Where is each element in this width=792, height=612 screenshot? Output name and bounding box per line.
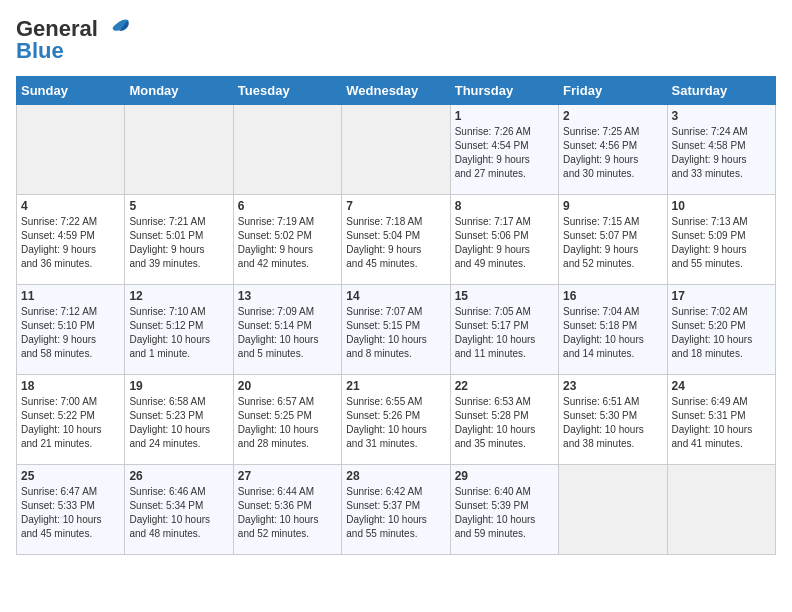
calendar-cell: 14Sunrise: 7:07 AM Sunset: 5:15 PM Dayli… bbox=[342, 285, 450, 375]
calendar-cell: 29Sunrise: 6:40 AM Sunset: 5:39 PM Dayli… bbox=[450, 465, 558, 555]
day-info: Sunrise: 6:42 AM Sunset: 5:37 PM Dayligh… bbox=[346, 485, 445, 541]
calendar-cell: 3Sunrise: 7:24 AM Sunset: 4:58 PM Daylig… bbox=[667, 105, 775, 195]
day-info: Sunrise: 6:53 AM Sunset: 5:28 PM Dayligh… bbox=[455, 395, 554, 451]
calendar-cell bbox=[342, 105, 450, 195]
day-info: Sunrise: 7:12 AM Sunset: 5:10 PM Dayligh… bbox=[21, 305, 120, 361]
calendar-cell: 27Sunrise: 6:44 AM Sunset: 5:36 PM Dayli… bbox=[233, 465, 341, 555]
day-number: 10 bbox=[672, 199, 771, 213]
logo: General Blue bbox=[16, 16, 132, 64]
week-row-5: 25Sunrise: 6:47 AM Sunset: 5:33 PM Dayli… bbox=[17, 465, 776, 555]
day-info: Sunrise: 7:13 AM Sunset: 5:09 PM Dayligh… bbox=[672, 215, 771, 271]
day-info: Sunrise: 7:17 AM Sunset: 5:06 PM Dayligh… bbox=[455, 215, 554, 271]
day-info: Sunrise: 7:00 AM Sunset: 5:22 PM Dayligh… bbox=[21, 395, 120, 451]
calendar-cell: 24Sunrise: 6:49 AM Sunset: 5:31 PM Dayli… bbox=[667, 375, 775, 465]
day-number: 27 bbox=[238, 469, 337, 483]
calendar-cell: 19Sunrise: 6:58 AM Sunset: 5:23 PM Dayli… bbox=[125, 375, 233, 465]
day-info: Sunrise: 7:05 AM Sunset: 5:17 PM Dayligh… bbox=[455, 305, 554, 361]
header-tuesday: Tuesday bbox=[233, 77, 341, 105]
header-monday: Monday bbox=[125, 77, 233, 105]
header-wednesday: Wednesday bbox=[342, 77, 450, 105]
day-info: Sunrise: 6:44 AM Sunset: 5:36 PM Dayligh… bbox=[238, 485, 337, 541]
day-number: 22 bbox=[455, 379, 554, 393]
day-info: Sunrise: 6:55 AM Sunset: 5:26 PM Dayligh… bbox=[346, 395, 445, 451]
calendar-cell: 16Sunrise: 7:04 AM Sunset: 5:18 PM Dayli… bbox=[559, 285, 667, 375]
day-info: Sunrise: 7:26 AM Sunset: 4:54 PM Dayligh… bbox=[455, 125, 554, 181]
day-info: Sunrise: 7:21 AM Sunset: 5:01 PM Dayligh… bbox=[129, 215, 228, 271]
calendar-cell bbox=[125, 105, 233, 195]
day-info: Sunrise: 7:02 AM Sunset: 5:20 PM Dayligh… bbox=[672, 305, 771, 361]
day-number: 19 bbox=[129, 379, 228, 393]
calendar-cell: 28Sunrise: 6:42 AM Sunset: 5:37 PM Dayli… bbox=[342, 465, 450, 555]
calendar-cell: 10Sunrise: 7:13 AM Sunset: 5:09 PM Dayli… bbox=[667, 195, 775, 285]
week-row-4: 18Sunrise: 7:00 AM Sunset: 5:22 PM Dayli… bbox=[17, 375, 776, 465]
calendar-cell: 15Sunrise: 7:05 AM Sunset: 5:17 PM Dayli… bbox=[450, 285, 558, 375]
day-number: 14 bbox=[346, 289, 445, 303]
calendar-cell: 25Sunrise: 6:47 AM Sunset: 5:33 PM Dayli… bbox=[17, 465, 125, 555]
day-number: 26 bbox=[129, 469, 228, 483]
day-info: Sunrise: 7:25 AM Sunset: 4:56 PM Dayligh… bbox=[563, 125, 662, 181]
calendar-cell: 12Sunrise: 7:10 AM Sunset: 5:12 PM Dayli… bbox=[125, 285, 233, 375]
day-number: 20 bbox=[238, 379, 337, 393]
logo-blue: Blue bbox=[16, 38, 64, 64]
calendar-cell bbox=[17, 105, 125, 195]
calendar-cell: 6Sunrise: 7:19 AM Sunset: 5:02 PM Daylig… bbox=[233, 195, 341, 285]
day-info: Sunrise: 6:47 AM Sunset: 5:33 PM Dayligh… bbox=[21, 485, 120, 541]
calendar-cell bbox=[559, 465, 667, 555]
day-number: 8 bbox=[455, 199, 554, 213]
day-number: 1 bbox=[455, 109, 554, 123]
calendar-cell: 21Sunrise: 6:55 AM Sunset: 5:26 PM Dayli… bbox=[342, 375, 450, 465]
calendar-cell: 23Sunrise: 6:51 AM Sunset: 5:30 PM Dayli… bbox=[559, 375, 667, 465]
day-number: 17 bbox=[672, 289, 771, 303]
day-info: Sunrise: 7:24 AM Sunset: 4:58 PM Dayligh… bbox=[672, 125, 771, 181]
calendar-cell bbox=[667, 465, 775, 555]
calendar-cell: 4Sunrise: 7:22 AM Sunset: 4:59 PM Daylig… bbox=[17, 195, 125, 285]
day-number: 7 bbox=[346, 199, 445, 213]
calendar-cell: 5Sunrise: 7:21 AM Sunset: 5:01 PM Daylig… bbox=[125, 195, 233, 285]
calendar-cell: 18Sunrise: 7:00 AM Sunset: 5:22 PM Dayli… bbox=[17, 375, 125, 465]
day-number: 9 bbox=[563, 199, 662, 213]
day-number: 6 bbox=[238, 199, 337, 213]
day-info: Sunrise: 6:57 AM Sunset: 5:25 PM Dayligh… bbox=[238, 395, 337, 451]
day-number: 18 bbox=[21, 379, 120, 393]
calendar-cell: 1Sunrise: 7:26 AM Sunset: 4:54 PM Daylig… bbox=[450, 105, 558, 195]
calendar-cell: 9Sunrise: 7:15 AM Sunset: 5:07 PM Daylig… bbox=[559, 195, 667, 285]
calendar-cell: 13Sunrise: 7:09 AM Sunset: 5:14 PM Dayli… bbox=[233, 285, 341, 375]
week-row-2: 4Sunrise: 7:22 AM Sunset: 4:59 PM Daylig… bbox=[17, 195, 776, 285]
day-number: 2 bbox=[563, 109, 662, 123]
day-info: Sunrise: 6:40 AM Sunset: 5:39 PM Dayligh… bbox=[455, 485, 554, 541]
calendar-cell: 2Sunrise: 7:25 AM Sunset: 4:56 PM Daylig… bbox=[559, 105, 667, 195]
calendar-cell: 7Sunrise: 7:18 AM Sunset: 5:04 PM Daylig… bbox=[342, 195, 450, 285]
week-row-1: 1Sunrise: 7:26 AM Sunset: 4:54 PM Daylig… bbox=[17, 105, 776, 195]
day-info: Sunrise: 7:10 AM Sunset: 5:12 PM Dayligh… bbox=[129, 305, 228, 361]
day-info: Sunrise: 7:22 AM Sunset: 4:59 PM Dayligh… bbox=[21, 215, 120, 271]
day-info: Sunrise: 7:04 AM Sunset: 5:18 PM Dayligh… bbox=[563, 305, 662, 361]
day-number: 24 bbox=[672, 379, 771, 393]
day-info: Sunrise: 6:51 AM Sunset: 5:30 PM Dayligh… bbox=[563, 395, 662, 451]
calendar-cell: 8Sunrise: 7:17 AM Sunset: 5:06 PM Daylig… bbox=[450, 195, 558, 285]
day-info: Sunrise: 7:07 AM Sunset: 5:15 PM Dayligh… bbox=[346, 305, 445, 361]
header-thursday: Thursday bbox=[450, 77, 558, 105]
calendar-header-row: SundayMondayTuesdayWednesdayThursdayFrid… bbox=[17, 77, 776, 105]
day-info: Sunrise: 7:09 AM Sunset: 5:14 PM Dayligh… bbox=[238, 305, 337, 361]
page-header: General Blue bbox=[16, 16, 776, 64]
week-row-3: 11Sunrise: 7:12 AM Sunset: 5:10 PM Dayli… bbox=[17, 285, 776, 375]
day-number: 13 bbox=[238, 289, 337, 303]
logo-bird-icon bbox=[100, 18, 132, 40]
calendar-cell: 11Sunrise: 7:12 AM Sunset: 5:10 PM Dayli… bbox=[17, 285, 125, 375]
header-friday: Friday bbox=[559, 77, 667, 105]
calendar-table: SundayMondayTuesdayWednesdayThursdayFrid… bbox=[16, 76, 776, 555]
calendar-cell: 20Sunrise: 6:57 AM Sunset: 5:25 PM Dayli… bbox=[233, 375, 341, 465]
day-number: 23 bbox=[563, 379, 662, 393]
calendar-cell: 26Sunrise: 6:46 AM Sunset: 5:34 PM Dayli… bbox=[125, 465, 233, 555]
day-number: 5 bbox=[129, 199, 228, 213]
day-info: Sunrise: 6:58 AM Sunset: 5:23 PM Dayligh… bbox=[129, 395, 228, 451]
day-number: 12 bbox=[129, 289, 228, 303]
day-number: 29 bbox=[455, 469, 554, 483]
day-number: 4 bbox=[21, 199, 120, 213]
day-info: Sunrise: 6:46 AM Sunset: 5:34 PM Dayligh… bbox=[129, 485, 228, 541]
day-number: 25 bbox=[21, 469, 120, 483]
day-number: 15 bbox=[455, 289, 554, 303]
calendar-cell: 17Sunrise: 7:02 AM Sunset: 5:20 PM Dayli… bbox=[667, 285, 775, 375]
day-info: Sunrise: 7:15 AM Sunset: 5:07 PM Dayligh… bbox=[563, 215, 662, 271]
day-info: Sunrise: 7:19 AM Sunset: 5:02 PM Dayligh… bbox=[238, 215, 337, 271]
